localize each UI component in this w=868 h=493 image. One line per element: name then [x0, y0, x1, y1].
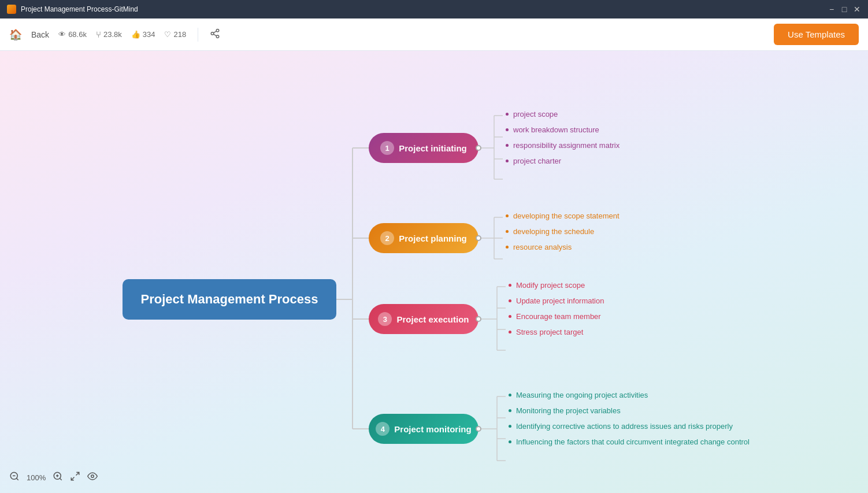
- leaf-2-2: developing the schedule: [506, 224, 620, 239]
- toolbar-divider: [198, 28, 198, 42]
- leaf-4-1: Measuring the ongoing project activities: [509, 387, 750, 403]
- leaves-3: Modify project scope Update project info…: [509, 277, 604, 340]
- gitmind-icon: [7, 5, 16, 14]
- leaf-1-3: responsibility assignment matrix: [506, 138, 620, 153]
- central-node-label: Project Management Process: [141, 292, 318, 307]
- minimize-button[interactable]: −: [828, 5, 836, 13]
- window-controls[interactable]: − □ ✕: [828, 5, 861, 13]
- leaf-4-1-dot: [509, 394, 511, 396]
- leaf-2-3-dot: [506, 246, 509, 249]
- title-bar-left: Project Management Process-GitMind: [7, 5, 138, 14]
- zoom-out-button[interactable]: [9, 471, 20, 484]
- leaf-3-3-dot: [509, 315, 511, 318]
- title-bar: Project Management Process-GitMind − □ ✕: [0, 0, 868, 18]
- use-templates-button[interactable]: Use Templates: [774, 24, 859, 45]
- canvas[interactable]: Project Management Process 1 Project ini…: [0, 51, 868, 493]
- branch-3-label: Project execution: [396, 314, 469, 324]
- branch-2-label: Project planning: [399, 233, 467, 243]
- svg-point-47: [91, 475, 94, 478]
- leaves-4: Measuring the ongoing project activities…: [509, 387, 750, 450]
- leaf-4-4: Influencing the factors that could circu…: [509, 434, 750, 450]
- forks-count: 23.8k: [103, 30, 122, 39]
- leaf-1-4: project charter: [506, 153, 620, 169]
- svg-line-42: [60, 478, 62, 480]
- branch-4-num: 4: [376, 422, 390, 436]
- zoom-in-button[interactable]: [53, 471, 63, 484]
- leaf-1-1: project scope: [506, 106, 620, 122]
- branch-node-3[interactable]: 3 Project execution: [369, 304, 478, 334]
- svg-line-39: [16, 478, 18, 480]
- leaves-2: developing the scope statement developin…: [506, 208, 620, 255]
- fit-screen-button[interactable]: [70, 471, 80, 484]
- leaf-1-2: work breakdown structure: [506, 122, 620, 138]
- svg-line-4: [214, 31, 217, 32]
- zoom-level: 100%: [27, 473, 46, 482]
- leaf-2-1-dot: [506, 214, 509, 217]
- leaves-1: project scope work breakdown structure r…: [506, 106, 620, 169]
- branch-node-4[interactable]: 4 Project monitoring: [369, 414, 478, 444]
- views-count: 68.6k: [68, 30, 87, 39]
- svg-point-1: [211, 32, 214, 35]
- leaf-2-1: developing the scope statement: [506, 208, 620, 224]
- svg-line-46: [72, 477, 75, 480]
- views-icon: 👁: [58, 30, 66, 39]
- svg-point-0: [216, 29, 219, 32]
- share-button[interactable]: [210, 28, 220, 41]
- branch-1-num: 1: [380, 141, 394, 155]
- leaf-4-2: Monitoring the project variables: [509, 403, 750, 418]
- leaf-2-3: resource analysis: [506, 239, 620, 255]
- svg-point-2: [216, 35, 219, 38]
- leaf-4-2-dot: [509, 409, 511, 412]
- window-title: Project Management Process-GitMind: [21, 5, 138, 13]
- maximize-button[interactable]: □: [840, 5, 848, 13]
- leaf-4-3-dot: [509, 425, 511, 428]
- leaf-1-4-dot: [506, 160, 509, 162]
- favorites-icon: ♡: [164, 30, 171, 39]
- leaf-1-1-dot: [506, 113, 509, 116]
- leaf-3-3: Encourage team member: [509, 309, 604, 324]
- leaf-2-2-dot: [506, 230, 509, 233]
- branch-node-1[interactable]: 1 Project initiating: [369, 133, 478, 163]
- branch-1-label: Project initiating: [399, 143, 467, 153]
- branch-3-num: 3: [378, 312, 392, 326]
- preview-button[interactable]: [87, 471, 98, 484]
- branch-1-connector: [476, 145, 481, 151]
- leaf-4-3: Identifying corrective actions to addres…: [509, 418, 750, 434]
- toolbar: 🏠 Back 👁 68.6k ⑂ 23.8k 👍 334 ♡ 218 Use T…: [0, 18, 868, 51]
- likes-icon: 👍: [131, 30, 140, 39]
- likes-count: 334: [143, 30, 155, 39]
- branch-3-connector: [476, 316, 481, 322]
- back-button[interactable]: Back: [31, 30, 49, 39]
- forks-stat: ⑂ 23.8k: [96, 29, 122, 39]
- branch-2-connector: [476, 235, 481, 241]
- leaf-1-3-dot: [506, 144, 509, 147]
- leaf-3-4-dot: [509, 331, 511, 333]
- central-node[interactable]: Project Management Process: [123, 279, 336, 320]
- leaf-3-4: Stress project target: [509, 324, 604, 340]
- bottom-toolbar: 100%: [9, 471, 98, 484]
- home-button[interactable]: 🏠: [9, 28, 22, 41]
- branch-4-label: Project monitoring: [394, 424, 471, 434]
- svg-line-3: [214, 34, 217, 36]
- leaf-4-4-dot: [509, 440, 511, 443]
- favorites-stat: ♡ 218: [164, 30, 186, 39]
- views-stat: 👁 68.6k: [58, 30, 87, 39]
- favorites-count: 218: [173, 30, 186, 39]
- leaf-3-1: Modify project scope: [509, 277, 604, 293]
- leaf-1-2-dot: [506, 128, 509, 131]
- branch-4-connector: [476, 426, 481, 432]
- likes-stat: 👍 334: [131, 30, 155, 39]
- close-button[interactable]: ✕: [853, 5, 861, 13]
- branch-node-2[interactable]: 2 Project planning: [369, 223, 478, 253]
- leaf-3-2-dot: [509, 299, 511, 302]
- leaf-3-1-dot: [509, 284, 511, 287]
- forks-icon: ⑂: [96, 29, 101, 39]
- leaf-3-2: Update project information: [509, 293, 604, 309]
- branch-2-num: 2: [380, 231, 394, 245]
- svg-line-45: [76, 472, 79, 475]
